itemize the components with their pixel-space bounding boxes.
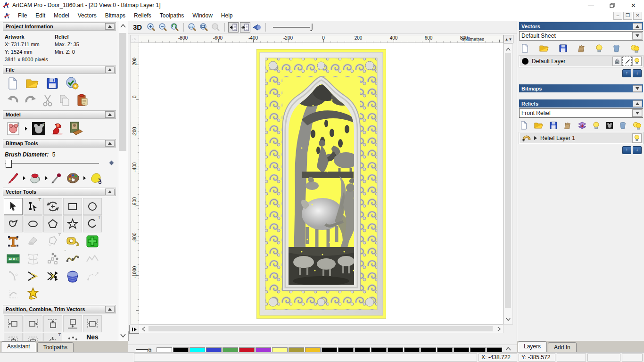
layer-colour-icon[interactable]: [521, 58, 529, 65]
rolldown-button[interactable]: [633, 85, 642, 92]
mdi-minimize-button[interactable]: –: [613, 12, 622, 20]
paste-along-curve-tool[interactable]: [43, 250, 62, 267]
scrollbar-thumb[interactable]: [149, 326, 493, 331]
delete-layer-icon[interactable]: [613, 44, 620, 52]
star-tool[interactable]: [63, 215, 82, 232]
new-sheet-icon[interactable]: [521, 44, 529, 53]
polyline-tool[interactable]: [4, 215, 23, 232]
align-top-icon[interactable]: [43, 315, 62, 332]
paint-pencil-icon[interactable]: [7, 172, 20, 184]
zoom-object-icon[interactable]: [211, 22, 221, 33]
node-editing-tool[interactable]: ⊤: [24, 198, 42, 215]
visibility-bulb-icon[interactable]: [632, 133, 642, 143]
undo-icon[interactable]: [7, 96, 19, 105]
scroll-up-icon[interactable]: [118, 21, 128, 31]
mdi-restore-button[interactable]: ❐: [623, 12, 632, 20]
tab-toolpaths[interactable]: Toolpaths: [37, 342, 74, 352]
zoom-1to1-icon[interactable]: 1:1: [187, 22, 198, 33]
relief-layer-row[interactable]: Relief Layer 1: [519, 132, 643, 144]
vector-doctor-tool[interactable]: [24, 285, 42, 302]
circle-tool[interactable]: [83, 198, 102, 215]
fillet-tool[interactable]: [4, 268, 23, 285]
open-icon[interactable]: [534, 122, 543, 129]
toggle-3d-view-button[interactable]: 3D: [133, 23, 142, 31]
align-bottom-icon[interactable]: [63, 315, 82, 332]
center-page-2-icon[interactable]: [24, 333, 42, 341]
rollup-button[interactable]: [633, 23, 642, 30]
bulb-icon[interactable]: [596, 44, 603, 53]
pan-pointer-icon[interactable]: [252, 22, 262, 33]
menu-item[interactable]: Window: [188, 11, 217, 20]
flyout-arrow-icon[interactable]: [45, 176, 48, 180]
view-slider[interactable]: [273, 23, 315, 32]
scroll-down-icon[interactable]: [504, 314, 512, 324]
merge-icon[interactable]: [563, 122, 571, 130]
model-sketch-icon[interactable]: T: [7, 122, 21, 136]
rollup-button[interactable]: [105, 306, 115, 313]
visibility-bulb-icon[interactable]: [632, 57, 642, 66]
model-properties-icon[interactable]: [65, 77, 79, 90]
lock-icon[interactable]: [612, 57, 622, 66]
expand-arrow-icon[interactable]: [534, 136, 537, 140]
close-button[interactable]: ✕: [623, 0, 644, 10]
bulb-icon[interactable]: [593, 122, 599, 130]
snap-left-icon[interactable]: [228, 22, 239, 33]
tab-assistant[interactable]: Assistant: [1, 341, 36, 352]
join-vectors-tool[interactable]: [83, 268, 102, 285]
restore-button[interactable]: [602, 0, 623, 10]
paste-array-icon[interactable]: [63, 333, 82, 341]
scrollbar-thumb[interactable]: [505, 53, 511, 308]
fill-vector-tool[interactable]: ⊤: [43, 233, 62, 250]
dropdown-arrow-icon[interactable]: [632, 32, 642, 40]
relief-select[interactable]: Front Relief: [519, 108, 643, 118]
block-copy-tool[interactable]: [83, 233, 102, 250]
new-layer-icon[interactable]: [520, 121, 528, 130]
tab-layers[interactable]: Layers: [518, 341, 547, 352]
trim-vectors-tool[interactable]: [43, 268, 62, 285]
transform-tool[interactable]: [43, 198, 62, 215]
ellipse-tool[interactable]: [24, 215, 42, 232]
greyscale-preview-icon[interactable]: [606, 122, 613, 129]
text-on-curve-tool[interactable]: ABC: [4, 250, 23, 267]
center-in-page-icon[interactable]: [4, 333, 23, 341]
scroll-right-icon[interactable]: [495, 325, 503, 333]
merge-layers-icon[interactable]: [577, 44, 586, 53]
scroll-up-icon[interactable]: [504, 44, 512, 54]
paint-vector-tool[interactable]: [24, 233, 42, 250]
section-tool[interactable]: [4, 285, 23, 302]
nesting-icon[interactable]: Nes: [83, 333, 102, 341]
snap-right-icon[interactable]: [240, 22, 250, 33]
bitmap-doctor-icon[interactable]: [89, 172, 103, 184]
rectangle-tool[interactable]: [63, 198, 82, 215]
arc-tool[interactable]: ⊤: [83, 215, 102, 232]
paste-icon[interactable]: [76, 94, 89, 107]
all-bulbs-icon[interactable]: [630, 44, 640, 53]
measure-tool[interactable]: [63, 233, 82, 250]
align-center-icon[interactable]: ⊤: [43, 333, 62, 341]
lighting-lamp-icon[interactable]: [50, 122, 65, 136]
move-down-icon[interactable]: ↓: [633, 146, 642, 154]
colour-palette-icon[interactable]: [66, 172, 80, 184]
zoom-previous-icon[interactable]: [170, 22, 180, 33]
scrollbar-thumb[interactable]: [119, 33, 126, 151]
ruler-units-button[interactable]: ▲▼: [504, 35, 513, 43]
align-left-icon[interactable]: [4, 315, 23, 332]
zoom-in-icon[interactable]: [146, 22, 157, 33]
dropdown-arrow-icon[interactable]: [632, 109, 642, 117]
move-up-icon[interactable]: ↑: [622, 69, 631, 77]
cut-icon[interactable]: [42, 94, 53, 107]
rollup-button[interactable]: [633, 100, 642, 107]
menu-item[interactable]: Reliefs: [130, 11, 156, 20]
edit-pencil-icon[interactable]: [622, 57, 632, 66]
new-model-icon[interactable]: [7, 77, 19, 90]
minimize-button[interactable]: —: [580, 0, 602, 10]
save-icon[interactable]: [559, 44, 567, 52]
relief-layer-icon[interactable]: [521, 134, 532, 142]
tab-add-in[interactable]: Add In: [548, 342, 577, 352]
open-model-icon[interactable]: [25, 77, 40, 90]
flyout-arrow-icon[interactable]: [25, 127, 27, 131]
select-tool[interactable]: [4, 198, 23, 215]
rollup-button[interactable]: [105, 189, 115, 195]
move-up-icon[interactable]: ↑: [622, 146, 631, 154]
mdi-close-button[interactable]: ✕: [633, 12, 642, 20]
